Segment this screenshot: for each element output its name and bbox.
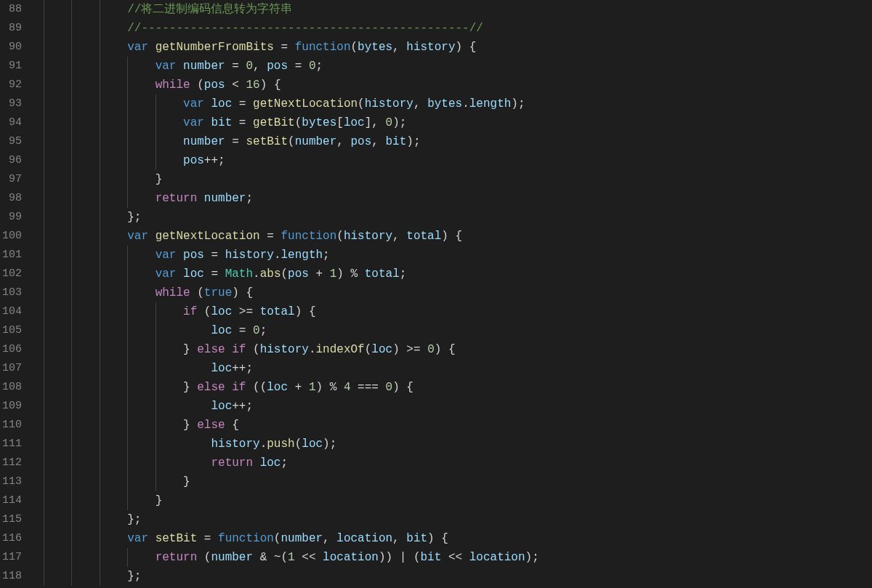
code-line[interactable]: var pos = history.length;	[35, 246, 872, 265]
code-token: ;	[316, 60, 323, 73]
code-line[interactable]: //--------------------------------------…	[35, 19, 872, 38]
code-line[interactable]: var loc = getNextLocation(history, bytes…	[35, 94, 872, 113]
code-token: pos	[204, 78, 225, 92]
code-line[interactable]: return loc;	[35, 454, 872, 472]
code-line[interactable]: } else if ((loc + 1) % 4 === 0) {	[35, 378, 872, 397]
code-line[interactable]: var number = 0, pos = 0;	[35, 57, 872, 76]
indent-guide	[127, 94, 128, 113]
code-token: =	[232, 324, 253, 337]
code-token: bytes	[358, 41, 392, 54]
line-number: 106	[0, 340, 22, 359]
indent-guide	[44, 548, 44, 567]
indent-guide	[44, 397, 44, 416]
code-line[interactable]: } else {	[35, 416, 872, 435]
indent-guide	[44, 227, 44, 246]
code-token: function	[218, 532, 274, 545]
indent-guide	[71, 76, 72, 94]
code-area[interactable]: //将二进制编码信息转为字符串 //----------------------…	[35, 0, 872, 588]
code-line[interactable]: return (number & ~(1 << location)) | (bi…	[35, 548, 872, 567]
code-line[interactable]: var bit = getBit(bytes[loc], 0);	[35, 113, 872, 132]
indent-guide	[71, 208, 72, 227]
code-token: (	[246, 343, 259, 356]
code-editor[interactable]: 8889909192939495969798991001011021031041…	[0, 0, 872, 588]
code-line[interactable]: history.push(loc);	[35, 435, 872, 454]
code-token: =	[204, 249, 225, 262]
indent	[44, 513, 127, 526]
code-line[interactable]: loc++;	[35, 359, 872, 378]
code-token: while	[156, 286, 190, 299]
code-token: )) | (	[379, 551, 421, 564]
indent-guide	[100, 491, 100, 510]
code-token: number	[280, 532, 323, 545]
code-line[interactable]: };	[35, 567, 872, 586]
indent-guide	[44, 567, 44, 586]
code-token: bytes	[427, 97, 462, 110]
code-token: ,	[392, 41, 406, 54]
code-token: 0	[246, 60, 253, 73]
code-line[interactable]: return number;	[35, 189, 872, 208]
code-line[interactable]: var getNextLocation = function(history, …	[35, 227, 872, 246]
indent-guide	[156, 472, 156, 491]
code-token: loc	[183, 267, 204, 281]
code-line[interactable]: }	[35, 472, 872, 491]
code-line[interactable]: number = setBit(number, pos, bit);	[35, 132, 872, 151]
code-token: );	[406, 135, 420, 148]
code-token: number	[295, 135, 337, 148]
indent-guide	[71, 189, 72, 208]
code-line[interactable]: var setBit = function(number, location, …	[35, 529, 872, 548]
code-token: else	[197, 419, 225, 432]
code-token: getNumberFromBits	[156, 41, 274, 54]
code-token: ) {	[435, 343, 456, 356]
code-token: +	[288, 381, 309, 394]
code-line[interactable]: while (true) {	[35, 283, 872, 302]
indent-guide	[71, 397, 72, 416]
code-token: }	[156, 173, 163, 186]
code-line[interactable]: if (loc >= total) {	[35, 302, 872, 321]
code-line[interactable]: };	[35, 208, 872, 227]
line-number: 97	[0, 170, 22, 189]
code-token: setBit	[156, 532, 198, 545]
code-token: function	[280, 230, 336, 243]
code-token: ],	[365, 116, 386, 129]
code-token: >=	[232, 305, 259, 318]
code-line[interactable]: }	[35, 491, 872, 510]
code-token: =	[288, 60, 309, 73]
indent	[44, 135, 183, 148]
indent-guide	[127, 435, 128, 454]
code-line[interactable]: pos++;	[35, 151, 872, 170]
indent-guide	[100, 19, 100, 38]
code-line[interactable]: } else if (history.indexOf(loc) >= 0) {	[35, 340, 872, 359]
code-token: loc	[267, 381, 288, 394]
code-token: (	[295, 116, 302, 129]
code-token: <	[225, 78, 246, 92]
code-token: total	[365, 267, 400, 281]
code-line[interactable]: var getNumberFromBits = function(bytes, …	[35, 38, 872, 57]
code-token: ) %	[336, 267, 364, 281]
indent	[44, 22, 127, 35]
indent-guide	[71, 0, 72, 19]
indent-guide	[71, 227, 72, 246]
code-line[interactable]: loc = 0;	[35, 321, 872, 340]
code-line[interactable]: while (pos < 16) {	[35, 76, 872, 94]
code-line[interactable]: var loc = Math.abs(pos + 1) % total;	[35, 265, 872, 283]
code-line[interactable]: //将二进制编码信息转为字符串	[35, 0, 872, 19]
code-token: & ~(	[253, 551, 288, 564]
indent-guide	[71, 246, 72, 265]
code-token: ) {	[232, 286, 253, 299]
code-token: var	[156, 267, 183, 281]
code-token: var	[127, 230, 155, 243]
indent-guide	[71, 265, 72, 283]
indent-guide	[156, 397, 156, 416]
indent-guide	[100, 302, 100, 321]
code-token: ,	[392, 532, 406, 545]
code-token: =	[197, 532, 218, 545]
code-line[interactable]: };	[35, 510, 872, 529]
line-number: 98	[0, 189, 22, 208]
indent-guide	[100, 265, 100, 283]
indent-guide	[71, 529, 72, 548]
indent	[44, 343, 183, 356]
code-line[interactable]: loc++;	[35, 397, 872, 416]
code-line[interactable]: }	[35, 170, 872, 189]
code-token: pos	[288, 267, 309, 281]
code-token: (	[288, 135, 295, 148]
